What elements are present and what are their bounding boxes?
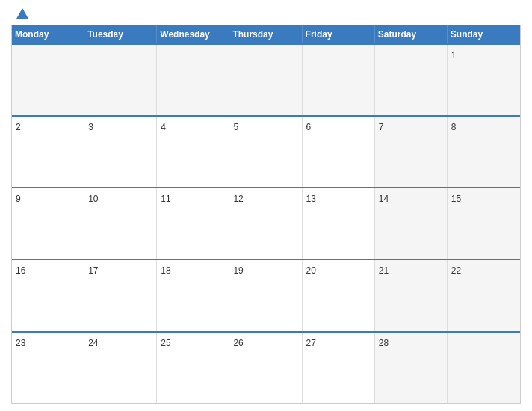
calendar-cell: 28 [375, 333, 448, 403]
calendar-cell: 5 [229, 117, 302, 187]
day-number: 4 [161, 122, 166, 132]
day-number: 17 [88, 265, 98, 276]
day-number: 1 [451, 50, 457, 61]
calendar-week-1: 1 [12, 43, 520, 115]
day-number: 5 [233, 122, 238, 132]
calendar-cell: 13 [303, 188, 375, 259]
day-number: 3 [88, 122, 93, 132]
calendar-cell: 1 [448, 45, 520, 115]
calendar-cell: 25 [157, 333, 229, 403]
day-number: 26 [233, 338, 243, 348]
day-number: 7 [379, 122, 384, 132]
day-number: 8 [451, 122, 457, 132]
calendar-cell: 16 [12, 260, 84, 330]
calendar-cell [12, 45, 84, 115]
weekday-header-thursday: Thursday [229, 25, 302, 43]
calendar-header-row: MondayTuesdayWednesdayThursdayFridaySatu… [12, 25, 520, 43]
calendar-cell: 11 [157, 188, 229, 259]
day-number: 20 [306, 265, 316, 276]
logo [15, 7, 28, 19]
weekday-header-sunday: Sunday [448, 25, 520, 43]
calendar-cell: 7 [375, 117, 448, 187]
calendar-cell: 20 [303, 260, 375, 330]
calendar-cell: 12 [229, 188, 302, 259]
calendar-page: MondayTuesdayWednesdayThursdayFridaySatu… [0, 0, 532, 411]
day-number: 14 [379, 194, 389, 204]
calendar-cell: 18 [157, 260, 229, 330]
calendar-cell: 2 [12, 117, 84, 187]
day-number: 12 [233, 194, 243, 204]
calendar-cell [157, 45, 229, 115]
day-number: 15 [451, 194, 461, 204]
calendar-cell: 4 [157, 117, 229, 187]
calendar-cell: 22 [448, 260, 520, 330]
day-number: 22 [451, 265, 461, 276]
calendar-cell: 3 [84, 117, 157, 187]
day-number: 10 [88, 194, 98, 204]
weekday-header-wednesday: Wednesday [157, 25, 229, 43]
day-number: 11 [161, 194, 170, 204]
weekday-header-friday: Friday [303, 25, 375, 43]
day-number: 16 [16, 265, 25, 276]
calendar-cell: 19 [229, 260, 302, 330]
calendar-cell: 6 [303, 117, 375, 187]
calendar-cell [229, 45, 302, 115]
day-number: 9 [16, 194, 21, 204]
day-number: 21 [379, 265, 389, 276]
calendar-cell [375, 45, 448, 115]
calendar-cell [84, 45, 157, 115]
calendar-cell: 10 [84, 188, 157, 259]
day-number: 18 [161, 265, 170, 276]
calendar-cell: 23 [12, 333, 84, 403]
day-number: 27 [306, 338, 316, 348]
weekday-header-saturday: Saturday [375, 25, 448, 43]
calendar-week-3: 9101112131415 [12, 187, 520, 259]
logo-blue-text [15, 7, 28, 19]
day-number: 6 [306, 122, 312, 132]
calendar-cell: 21 [375, 260, 448, 330]
day-number: 24 [88, 338, 98, 348]
calendar-cell: 15 [448, 188, 520, 259]
calendar-week-5: 232425262728 [12, 331, 520, 403]
day-number: 23 [16, 338, 25, 348]
day-number: 2 [16, 122, 21, 132]
day-number: 13 [306, 194, 316, 204]
calendar-cell: 17 [84, 260, 157, 330]
calendar-cell: 24 [84, 333, 157, 403]
weekday-header-monday: Monday [12, 25, 84, 43]
calendar-grid: MondayTuesdayWednesdayThursdayFridaySatu… [11, 25, 521, 404]
page-header [11, 7, 521, 19]
logo-triangle-icon [16, 8, 28, 19]
day-number: 25 [161, 338, 170, 348]
calendar-week-2: 2345678 [12, 115, 520, 187]
calendar-cell: 9 [12, 188, 84, 259]
calendar-week-4: 16171819202122 [12, 259, 520, 330]
calendar-cell [448, 333, 520, 403]
calendar-cell: 14 [375, 188, 448, 259]
day-number: 28 [379, 338, 389, 348]
calendar-cell: 27 [303, 333, 375, 403]
day-number: 19 [233, 265, 243, 276]
calendar-body: 1234567891011121314151617181920212223242… [12, 43, 520, 403]
calendar-cell [303, 45, 375, 115]
weekday-header-tuesday: Tuesday [84, 25, 157, 43]
calendar-cell: 26 [229, 333, 302, 403]
calendar-cell: 8 [448, 117, 520, 187]
